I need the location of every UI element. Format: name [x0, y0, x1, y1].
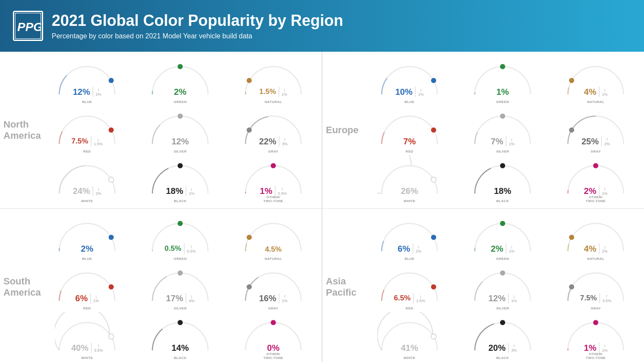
gauge-gray: 7.5%↑3.5%GRAY [563, 262, 628, 311]
gauge-label: WHITE [81, 356, 93, 360]
gauge-pct: 40% [71, 343, 88, 353]
svg-point-37 [593, 320, 598, 325]
gauge-label: BLUE [405, 257, 415, 261]
gauge-pct: 2% [584, 186, 597, 196]
gauge-natural: 1.5%↓1%NATURAL [241, 56, 306, 105]
gauge-pct: 6% [398, 244, 410, 254]
svg-point-32 [431, 284, 436, 290]
gauge-label: BLUE [405, 100, 415, 104]
gauge-pct: 10% [395, 87, 413, 97]
gauge-pct: 20% [488, 343, 506, 353]
gauge-label: NATURAL [587, 257, 604, 261]
svg-point-4 [247, 78, 252, 83]
gauge-other: 0%OTHER/TWO-TONE [241, 312, 306, 361]
svg-point-5 [109, 128, 114, 133]
svg-point-34 [569, 284, 574, 290]
gauge-pct: 4% [584, 244, 597, 254]
gauge-label: NATURAL [587, 100, 604, 104]
gauge-blue: 2%BLUE [55, 213, 119, 262]
gauge-pct: 0.5% [165, 244, 181, 253]
region-label-south-america: SouthAmerica [3, 275, 40, 298]
gauge-pct: 41% [401, 343, 418, 353]
gauge-label: GREEN [496, 100, 509, 104]
svg-point-28 [593, 163, 598, 169]
main-content: NorthAmerica12%↑2%BLUE2%GREEN1.5%↓1%NATU… [0, 52, 644, 362]
gauge-black: 18%BLACK [470, 155, 535, 204]
svg-point-12 [178, 221, 183, 226]
gauge-pct: 14% [172, 343, 189, 353]
region-panel-north-america: NorthAmerica12%↑2%BLUE2%GREEN1.5%↓1%NATU… [0, 52, 322, 208]
gauge-label: NATURAL [265, 100, 282, 104]
gauge-blue: 12%↑2%BLUE [55, 56, 119, 105]
svg-point-11 [109, 235, 114, 240]
gauge-gray: 22%↑3%GRAY [241, 106, 306, 154]
gauge-label: GREEN [496, 257, 509, 261]
gauge-label: NATURAL [265, 257, 282, 261]
gauge-label: SILVER [174, 150, 187, 153]
gauge-blue: 10%↓1%BLUE [377, 56, 442, 105]
svg-point-15 [178, 271, 183, 276]
gauge-label: GRAY [591, 306, 601, 310]
gauge-white: 40%↑3.5%WHITE [55, 312, 119, 361]
gauge-label: BLUE [82, 257, 92, 261]
header-text: 2021 Global Color Popularity by Region P… [52, 12, 343, 40]
header: PPG 2021 Global Color Popularity by Regi… [0, 0, 644, 52]
gauge-label: RED [406, 150, 413, 153]
gauge-label: SILVER [496, 306, 509, 310]
gauge-red: 7.5%↓1.5%RED [55, 106, 119, 154]
gauge-label: BLUE [82, 100, 92, 104]
gauge-other: 1%↑0.5%OTHER/TWO-TONE [241, 155, 306, 204]
svg-point-16 [247, 284, 252, 290]
gauge-pct: 2% [174, 87, 187, 97]
svg-point-29 [431, 235, 436, 240]
gauge-pct: 1.5% [259, 87, 276, 96]
gauge-label: OTHER/TWO-TONE [263, 352, 283, 360]
gauge-silver: 12%↓1%SILVER [470, 262, 535, 311]
gauge-pct: 22% [259, 137, 276, 147]
gauge-silver: 7%↓1%SILVER [470, 106, 535, 154]
gauge-label: RED [83, 150, 91, 153]
svg-point-24 [500, 114, 505, 119]
gauge-pct: 7.5% [580, 294, 597, 303]
svg-point-25 [569, 128, 574, 133]
header-title: 2021 Global Color Popularity by Region [52, 12, 343, 30]
svg-point-19 [271, 320, 276, 325]
svg-point-8 [109, 177, 114, 182]
svg-point-35 [431, 334, 436, 339]
gauge-label: OTHER/TWO-TONE [586, 195, 606, 203]
gauge-label: SILVER [174, 306, 187, 310]
gauge-natural: 4%↓1%NATURAL [563, 56, 628, 105]
gauge-label: WHITE [403, 199, 415, 203]
svg-point-3 [178, 64, 183, 69]
gauge-label: GRAY [591, 150, 601, 153]
gauge-pct: 24% [73, 186, 90, 196]
svg-point-9 [178, 163, 183, 169]
svg-point-33 [500, 271, 505, 276]
svg-point-18 [178, 320, 183, 325]
gauge-pct: 12% [488, 293, 506, 303]
svg-point-6 [178, 114, 183, 119]
svg-point-21 [500, 64, 505, 69]
gauge-pct: 0% [267, 343, 280, 353]
gauge-label: RED [83, 306, 91, 310]
region-panel-south-america: SouthAmerica2%BLUE0.5%↑0.5%GREEN4.5%NATU… [0, 208, 322, 362]
gauge-green: 1%GREEN [470, 56, 535, 105]
gauge-white: 24%↓2%WHITE [55, 155, 119, 204]
gauge-pct: 4.5% [265, 245, 282, 254]
ppg-logo: PPG [13, 11, 43, 41]
gauge-label: GREEN [174, 257, 187, 261]
gauge-pct: 1% [497, 87, 509, 97]
region-panel-europe: Europe10%↓1%BLUE1%GREEN4%↓1%NATURAL7%RED… [322, 52, 644, 208]
svg-point-27 [500, 163, 505, 169]
gauge-other: 1%↑1%OTHER/TWO-TONE [563, 312, 628, 361]
gauge-label: BLACK [174, 356, 187, 360]
gauge-green: 0.5%↑0.5%GREEN [148, 213, 213, 262]
region-label-north-america: NorthAmerica [3, 119, 40, 141]
gauge-red: 6%↓1%RED [55, 262, 119, 311]
gauge-pct: 7% [403, 137, 416, 147]
gauge-red: 7%RED [377, 106, 442, 154]
gauge-pct: 2% [491, 244, 503, 254]
gauge-gray: 25%↑2%GRAY [563, 106, 628, 154]
gauge-label: BLACK [174, 199, 187, 203]
svg-point-23 [431, 128, 436, 133]
